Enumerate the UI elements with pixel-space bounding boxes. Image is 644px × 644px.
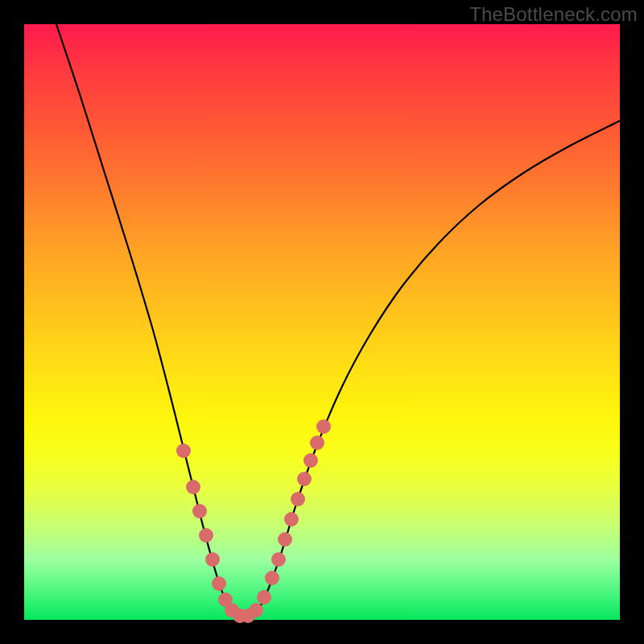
- marker-dot: [199, 528, 213, 543]
- plot-area: [24, 24, 620, 620]
- chart-svg: [24, 24, 620, 620]
- marker-dot: [310, 436, 324, 450]
- marker-dot: [192, 504, 207, 518]
- marker-dot: [212, 576, 226, 591]
- marker-dot: [316, 419, 331, 434]
- marker-dot: [186, 480, 200, 494]
- marker-dot: [297, 472, 312, 486]
- marker-dot: [265, 571, 279, 585]
- marker-dot: [284, 512, 299, 526]
- marker-dot: [257, 590, 271, 605]
- marker-dot: [249, 603, 263, 617]
- marker-dot: [176, 444, 191, 458]
- watermark-text: TheBottleneck.com: [469, 3, 638, 26]
- curve-markers: [176, 419, 331, 623]
- chart-frame: TheBottleneck.com: [0, 0, 644, 644]
- marker-dot: [271, 552, 286, 567]
- bottleneck-curve: [56, 24, 620, 617]
- marker-dot: [291, 492, 305, 506]
- marker-dot: [278, 532, 292, 547]
- marker-dot: [205, 552, 220, 567]
- marker-dot: [303, 453, 318, 468]
